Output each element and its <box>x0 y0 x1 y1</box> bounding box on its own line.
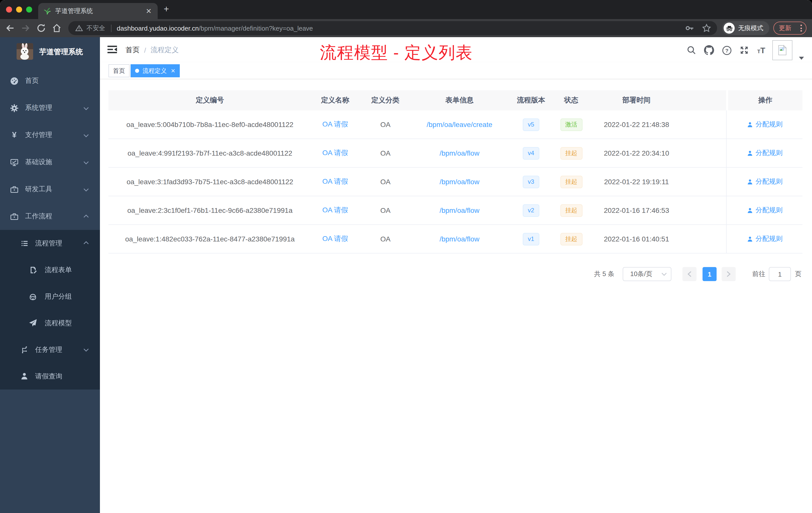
home-button[interactable] <box>52 23 62 33</box>
sidebar-item-process-model[interactable]: 流程模型 <box>0 310 100 336</box>
chevron-down-icon <box>83 104 89 112</box>
address-bar[interactable]: 不安全 dashboard.yudao.iocoder.cn/bpm/manag… <box>68 21 717 35</box>
sidebar-item-process-form[interactable]: 流程表单 <box>0 256 100 283</box>
status-badge: 挂起 <box>560 147 582 159</box>
toolbox-icon <box>10 185 19 193</box>
tab-strip: 芋道管理系统 ✕ + <box>0 0 812 19</box>
form-link[interactable]: /bpm/oa/flow <box>440 149 480 157</box>
chrome-update-button[interactable]: 更新 <box>773 22 807 35</box>
robot-icon <box>29 292 37 301</box>
sidebar-item-label: 系统管理 <box>25 103 52 113</box>
search-icon[interactable] <box>687 45 696 55</box>
user-avatar[interactable] <box>772 40 792 60</box>
sidebar-item-label: 用户分组 <box>45 292 72 301</box>
table-row: oa_leave:3:1fad3d93-7b75-11ec-a3c8-acde4… <box>109 168 803 196</box>
status-badge: 挂起 <box>560 204 582 217</box>
breadcrumb-home[interactable]: 首页 <box>125 46 140 55</box>
active-dot-icon <box>135 69 139 73</box>
assign-rule-link[interactable]: 分配规则 <box>747 234 783 243</box>
dashboard-icon <box>10 77 19 85</box>
app-logo-avatar <box>17 43 33 60</box>
paper-plane-icon <box>29 319 37 327</box>
sidebar-item-dev-tools[interactable]: 研发工具 <box>0 176 100 203</box>
sidebar-item-leave-query[interactable]: 请假查询 <box>0 363 100 390</box>
avatar-caret-down-icon[interactable] <box>799 53 804 62</box>
sidebar-item-workflow[interactable]: 工作流程 <box>0 203 100 230</box>
table-row: oa_leave:2:3c1f0ef1-76b1-11ec-9c66-a2380… <box>109 196 803 225</box>
tag-process-definition[interactable]: 流程定义 ✕ <box>130 64 180 77</box>
tag-label: 首页 <box>113 66 125 75</box>
assign-rule-link[interactable]: 分配规则 <box>747 149 783 158</box>
gear-icon <box>10 104 19 112</box>
table-row: oa_leave:5:004b710b-7b8a-11ec-8ef0-acde4… <box>109 111 803 139</box>
goto-page-input[interactable] <box>769 267 791 281</box>
sidebar-item-process-management[interactable]: 流程管理 <box>0 230 100 256</box>
definition-name-link[interactable]: OA 请假 <box>322 234 348 243</box>
chevron-left-icon <box>688 271 692 277</box>
reload-button[interactable] <box>36 23 46 33</box>
security-label[interactable]: 不安全 <box>86 24 105 32</box>
sidebar-item-payment[interactable]: ¥ 支付管理 <box>0 121 100 149</box>
prev-page-button[interactable] <box>683 267 696 281</box>
tag-close-icon[interactable]: ✕ <box>171 68 175 73</box>
form-link[interactable]: /bpm/oa/flow <box>440 206 480 214</box>
collapse-sidebar-icon[interactable] <box>108 45 117 56</box>
tag-home[interactable]: 首页 <box>109 64 129 77</box>
window-controls[interactable] <box>6 6 32 12</box>
favicon-sprout-icon <box>43 7 51 15</box>
close-window-button[interactable] <box>6 6 12 12</box>
form-link[interactable]: /bpm/oa/flow <box>440 178 480 186</box>
col-header-name: 定义名称 <box>311 90 359 111</box>
browser-menu-kebab-icon[interactable] <box>801 25 802 32</box>
form-edit-icon <box>29 266 37 274</box>
sidebar-item-infrastructure[interactable]: 基础设施 <box>0 149 100 176</box>
sidebar-item-label: 研发工具 <box>25 185 52 194</box>
assign-rule-link[interactable]: 分配规则 <box>747 206 783 215</box>
definition-name-link[interactable]: OA 请假 <box>322 177 348 186</box>
update-label[interactable]: 更新 <box>779 24 791 32</box>
form-link[interactable]: /bpm/oa/flow <box>440 235 480 243</box>
next-page-button[interactable] <box>722 267 736 281</box>
github-icon[interactable] <box>704 45 714 55</box>
sidebar-item-label: 基础设施 <box>25 158 52 167</box>
new-tab-button[interactable]: + <box>164 4 169 14</box>
back-button[interactable] <box>5 23 15 33</box>
sidebar-item-task-management[interactable]: 任务管理 <box>0 336 100 363</box>
col-header-form: 表单信息 <box>412 90 507 111</box>
definition-name-link[interactable]: OA 请假 <box>322 120 348 129</box>
url-divider <box>111 24 111 32</box>
page-size-value: 10条/页 <box>630 270 652 279</box>
sidebar-item-label: 流程管理 <box>35 239 62 248</box>
sidebar-logo-row: 芋道管理系统 <box>0 37 100 67</box>
sidebar-item-user-group[interactable]: 用户分组 <box>0 283 100 310</box>
page-size-select[interactable]: 10条/页 <box>623 267 671 281</box>
browser-tab[interactable]: 芋道管理系统 ✕ <box>38 3 158 19</box>
version-badge: v1 <box>523 233 539 245</box>
page-unit-label: 页 <box>795 267 802 281</box>
help-icon[interactable]: ? <box>722 45 732 55</box>
assign-rule-link[interactable]: 分配规则 <box>747 177 783 186</box>
user-icon <box>747 207 753 214</box>
key-icon[interactable] <box>685 24 694 33</box>
briefcase-icon <box>10 212 19 221</box>
chevron-down-icon <box>83 131 89 139</box>
sidebar-item-system[interactable]: 系统管理 <box>0 94 100 121</box>
definition-name-link[interactable]: OA 请假 <box>322 206 348 215</box>
app-title: 芋道管理系统 <box>39 47 83 57</box>
minimize-window-button[interactable] <box>16 6 22 12</box>
page-number-button[interactable]: 1 <box>702 267 717 281</box>
bookmark-star-icon[interactable] <box>702 24 711 33</box>
font-size-icon[interactable]: TT <box>756 45 766 55</box>
tab-close-icon[interactable]: ✕ <box>145 7 153 15</box>
col-header-id: 定义编号 <box>109 90 311 111</box>
assign-rule-link[interactable]: 分配规则 <box>747 120 783 129</box>
sidebar-item-home[interactable]: 首页 <box>0 67 100 94</box>
version-badge: v3 <box>523 175 539 188</box>
url-path: /bpm/manager/definition?key=oa_leave <box>199 24 313 32</box>
forward-button[interactable] <box>21 23 31 33</box>
definition-name-link[interactable]: OA 请假 <box>322 149 348 158</box>
fullscreen-icon[interactable] <box>739 45 749 55</box>
zoom-window-button[interactable] <box>26 6 32 12</box>
sidebar-item-label: 流程模型 <box>45 319 72 328</box>
form-link[interactable]: /bpm/oa/leave/create <box>427 120 492 128</box>
